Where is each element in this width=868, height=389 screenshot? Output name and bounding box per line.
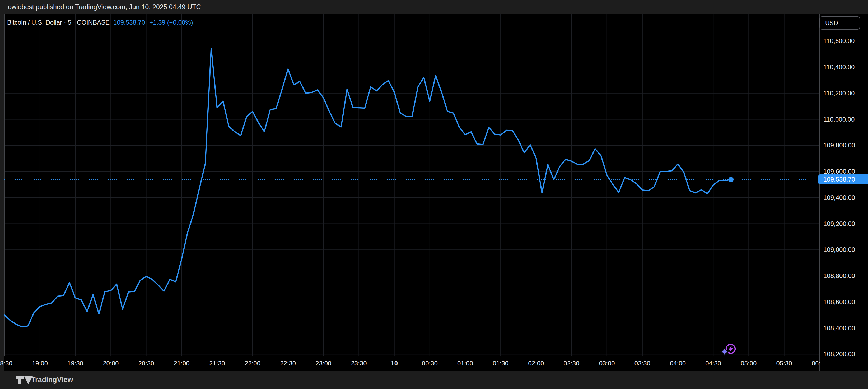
time-axis-label: 18:30: [0, 360, 23, 367]
time-axis-label: 02:30: [553, 360, 590, 367]
price-axis-label: 109,400.00: [824, 193, 855, 202]
brand-name: TradingView: [31, 376, 73, 384]
price-axis-label: 108,400.00: [824, 324, 855, 332]
price-axis-label: 109,200.00: [824, 219, 855, 228]
time-axis-label: 04:30: [695, 360, 732, 367]
time-axis-label: 20:00: [92, 360, 129, 367]
price-axis-label: 109,000.00: [824, 245, 855, 254]
time-axis-label: 21:30: [199, 360, 236, 367]
currency-button[interactable]: USD: [819, 17, 860, 30]
tradingview-snapshot: owiebest published on TradingView.com, J…: [0, 0, 868, 389]
time-axis-label: 19:30: [57, 360, 94, 367]
flash-bolt-icon[interactable]: [728, 345, 733, 353]
chart-legend: Bitcoin / U.S. Dollar · 5 · COINBASE109,…: [7, 18, 193, 27]
time-axis-label: 01:00: [447, 360, 484, 367]
time-axis: 18:3019:0019:3020:0020:3021:0021:3022:00…: [0, 356, 820, 371]
price-axis-label: 110,600.00: [824, 37, 855, 45]
time-axis-label: 06:00: [801, 360, 820, 367]
time-axis-label: 19:00: [21, 360, 58, 367]
price-axis-label: 108,800.00: [824, 272, 855, 280]
price-axis-label: 108,600.00: [824, 298, 855, 306]
price-chart-canvas[interactable]: [0, 0, 868, 389]
time-axis-label: 05:00: [730, 360, 767, 367]
symbol-title[interactable]: Bitcoin / U.S. Dollar · 5 · COINBASE: [7, 19, 110, 26]
time-axis-label: 22:30: [270, 360, 306, 367]
time-axis-label: 22:00: [234, 360, 271, 367]
price-axis-label: 108,200.00: [824, 350, 855, 358]
last-price-value: 109,538.70: [113, 19, 145, 26]
time-axis-label: 03:30: [624, 360, 661, 367]
time-axis-label: 21:00: [163, 360, 200, 367]
price-axis-label: 110,200.00: [824, 89, 855, 97]
time-axis-label: 05:30: [766, 360, 803, 367]
time-axis-label: 02:00: [518, 360, 554, 367]
price-change-value: +1.39 (+0.00%): [149, 19, 193, 26]
flash-sparkle-icon[interactable]: [721, 348, 728, 356]
time-axis-label: 20:30: [128, 360, 164, 367]
time-axis-label: 23:00: [305, 360, 342, 367]
last-price-dot: [728, 177, 734, 182]
price-line-series[interactable]: [4, 48, 731, 327]
price-axis-label: 109,800.00: [824, 141, 855, 150]
time-axis-label: 04:00: [659, 360, 696, 367]
time-axis-label: 01:30: [482, 360, 519, 367]
tradingview-logo-icon[interactable]: [17, 376, 33, 384]
time-axis-label: 03:00: [589, 360, 625, 367]
price-axis-label: 110,400.00: [824, 63, 855, 71]
time-axis-label: 00:30: [411, 360, 448, 367]
time-axis-label-day: 10: [376, 360, 413, 367]
footer-bar: TradingView: [0, 371, 868, 389]
time-axis-label: 23:30: [340, 360, 377, 367]
price-axis-label: 110,000.00: [824, 115, 855, 124]
current-price-label: 109,538.70: [818, 174, 868, 184]
